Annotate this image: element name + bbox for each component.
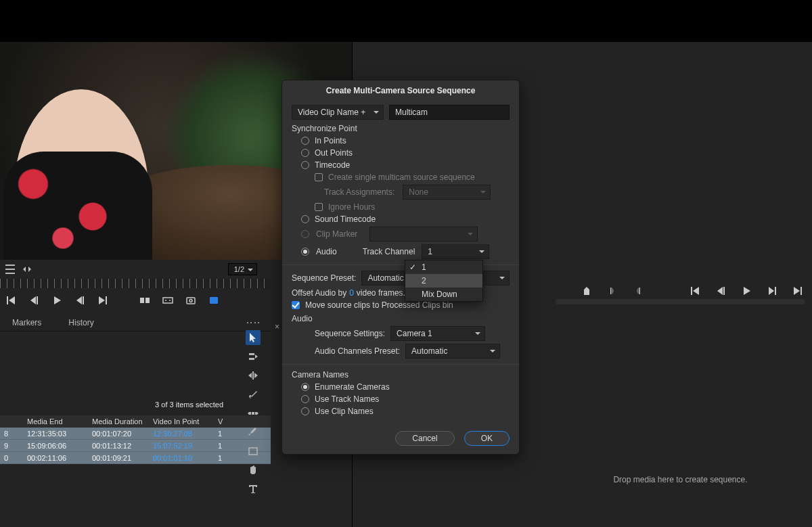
svg-point-2 xyxy=(169,300,171,301)
add-marker-icon[interactable] xyxy=(581,285,592,296)
dd-item-mixdown[interactable]: Mix Down xyxy=(405,288,482,301)
dd-item-1[interactable]: ✓ 1 xyxy=(405,260,482,274)
offset-pre: Offset Audio by xyxy=(292,288,346,298)
mark-in-icon[interactable] xyxy=(607,285,618,296)
timeline-ruler[interactable] xyxy=(0,279,271,288)
zoom-combo[interactable]: 1/2 xyxy=(228,263,257,275)
camera-names-header: Camera Names xyxy=(292,370,510,380)
radio-out-points[interactable] xyxy=(301,149,309,157)
label-move-clips: Move source clips to Processed Clips bin xyxy=(305,300,453,310)
selection-count: 3 of 3 items selected xyxy=(155,400,223,409)
label-seq-settings: Sequence Settings: xyxy=(315,329,385,338)
radio-sound-tc[interactable] xyxy=(301,215,309,223)
radio-in-points[interactable] xyxy=(301,137,309,145)
slip-tool[interactable] xyxy=(246,406,261,421)
table-row[interactable]: 0 00:02:11:06 00:01:09:21 00:01:01:10 1 xyxy=(0,452,271,464)
clip-marker-combo xyxy=(369,227,478,242)
label-in-points: In Points xyxy=(315,136,346,145)
multicam-dialog: Create Multi-Camera Source Sequence Vide… xyxy=(281,80,520,455)
audio-ch-combo[interactable]: Automatic xyxy=(405,344,500,359)
left-panel-tabs: Markers History xyxy=(0,318,271,331)
label-ignore-hours: Ignore Hours xyxy=(328,202,375,212)
preview-footer: 1/2 xyxy=(0,260,271,279)
cancel-button[interactable]: Cancel xyxy=(395,431,454,446)
step-back-icon[interactable] xyxy=(28,295,39,306)
tab-markers[interactable]: Markers xyxy=(12,318,41,331)
label-create-single: Create single multicam source sequence xyxy=(328,173,475,182)
label-sequence-preset: Sequence Preset: xyxy=(292,273,356,283)
offset-post: video frames. xyxy=(357,288,405,298)
check-move-clips[interactable] xyxy=(292,301,300,309)
go-start-icon[interactable] xyxy=(5,295,16,306)
panel-close-icon[interactable]: × xyxy=(275,322,279,331)
label-track-channel: Track Channel xyxy=(363,247,415,256)
name-mode-combo[interactable]: Video Clip Name + xyxy=(292,105,384,120)
check-create-single[interactable] xyxy=(315,173,323,181)
svg-rect-0 xyxy=(163,298,173,303)
go-end-icon-p[interactable] xyxy=(792,285,803,296)
check-ignore-hours[interactable] xyxy=(315,203,323,211)
type-tool[interactable] xyxy=(246,482,261,497)
label-timecode: Timecode xyxy=(315,160,350,170)
dd-item-2[interactable]: 2 xyxy=(405,274,482,288)
step-back-icon-p[interactable] xyxy=(715,285,726,296)
radio-clip-marker xyxy=(301,230,309,238)
track-channel-dropdown: ✓ 1 2 Mix Down xyxy=(405,260,483,302)
razor-tool[interactable] xyxy=(246,387,261,402)
ok-button[interactable]: OK xyxy=(464,431,510,446)
go-end-icon[interactable] xyxy=(97,295,108,306)
audio-header: Audio xyxy=(292,314,510,323)
table-row[interactable]: 8 12:31:35:03 00:01:07:20 12:30:27:08 1 xyxy=(0,428,271,440)
menu-icon[interactable] xyxy=(5,265,15,274)
label-audio-ch: Audio Channels Preset: xyxy=(315,346,400,356)
offset-value[interactable]: 0 xyxy=(349,288,354,298)
mark-out-icon[interactable] xyxy=(633,285,644,296)
tab-history[interactable]: History xyxy=(68,318,93,331)
selection-tool[interactable] xyxy=(246,330,261,345)
svg-point-4 xyxy=(189,300,192,302)
tool-strip-grip[interactable] xyxy=(246,322,261,326)
svg-rect-6 xyxy=(249,448,257,455)
program-scrollbar[interactable] xyxy=(556,299,805,304)
label-use-clip: Use Clip Names xyxy=(315,407,374,416)
label-clip-marker: Clip Marker xyxy=(316,229,357,239)
label-enumerate: Enumerate Cameras xyxy=(315,382,390,392)
col-media-duration[interactable]: Media Duration xyxy=(88,417,149,426)
overwrite-icon[interactable] xyxy=(162,295,173,306)
hand-tool[interactable] xyxy=(246,463,261,478)
drop-hint: Drop media here to create sequence. xyxy=(556,475,805,484)
radio-use-track[interactable] xyxy=(301,395,309,403)
track-channel-combo[interactable]: 1 xyxy=(422,244,489,259)
table-row[interactable]: 9 15:09:06:06 00:01:13:12 15:07:52:19 1 xyxy=(0,440,271,452)
arrows-icon[interactable] xyxy=(20,265,34,274)
settings-icon[interactable] xyxy=(208,295,219,306)
pen-tool[interactable] xyxy=(246,425,261,440)
radio-audio[interactable] xyxy=(301,248,309,256)
media-table-header: Media End Media Duration Video In Point … xyxy=(0,415,271,428)
label-audio: Audio xyxy=(316,247,337,256)
seq-settings-combo[interactable]: Camera 1 xyxy=(390,326,485,341)
step-fwd-icon-p[interactable] xyxy=(767,285,777,296)
col-media-end[interactable]: Media End xyxy=(23,417,88,426)
track-assignments-combo: None xyxy=(403,185,491,200)
radio-use-clip[interactable] xyxy=(301,407,309,415)
svg-rect-3 xyxy=(187,298,195,304)
play-icon-p[interactable] xyxy=(741,285,752,296)
col-video-in[interactable]: Video In Point xyxy=(149,417,214,426)
insert-icon[interactable] xyxy=(139,295,150,306)
col-tail[interactable]: V xyxy=(214,417,238,426)
tool-strip xyxy=(244,322,263,497)
radio-timecode[interactable] xyxy=(301,161,309,169)
check-icon: ✓ xyxy=(409,262,416,272)
step-fwd-icon[interactable] xyxy=(74,295,85,306)
rectangle-tool[interactable] xyxy=(246,444,261,459)
name-input[interactable]: Multicam xyxy=(389,105,510,120)
dialog-title: Create Multi-Camera Source Sequence xyxy=(282,81,519,102)
play-icon[interactable] xyxy=(51,295,62,306)
go-start-icon-p[interactable] xyxy=(690,285,700,296)
export-frame-icon[interactable] xyxy=(185,295,196,306)
ripple-edit-tool[interactable] xyxy=(246,368,261,383)
track-select-tool[interactable] xyxy=(246,349,261,364)
radio-enumerate[interactable] xyxy=(301,383,309,391)
label-out-points: Out Points xyxy=(315,148,353,158)
